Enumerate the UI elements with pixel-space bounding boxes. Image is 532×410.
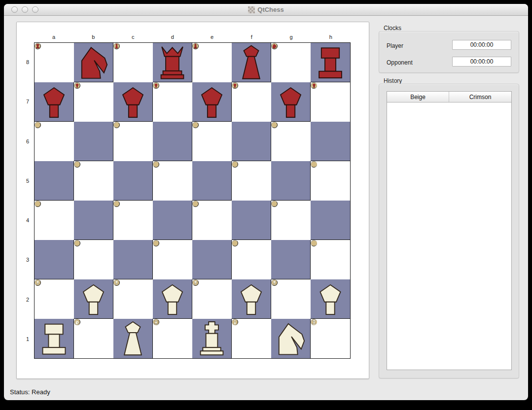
board-square-g1[interactable] (271, 319, 311, 358)
board-square-b1[interactable] (74, 319, 80, 325)
board-square-e5[interactable] (192, 161, 232, 201)
piece-crimson-rook[interactable] (311, 43, 350, 82)
board-square-a8[interactable] (35, 43, 41, 49)
piece-crimson-pawn[interactable] (74, 83, 80, 88)
board-square-d3[interactable] (153, 240, 159, 246)
board-square-f4[interactable] (232, 201, 271, 240)
piece-beige-king[interactable] (192, 319, 231, 358)
board-square-h5[interactable] (311, 161, 317, 168)
board-square-c3[interactable] (113, 240, 153, 279)
piece-beige-pawn[interactable] (272, 280, 277, 285)
board-square-c5[interactable] (113, 161, 153, 201)
board-square-d2[interactable] (153, 279, 192, 319)
board-square-g8[interactable] (271, 43, 278, 49)
board-square-b8[interactable] (74, 43, 113, 82)
piece-beige-pawn[interactable] (114, 280, 119, 285)
board-square-g3[interactable] (271, 240, 311, 279)
title-bar[interactable]: QtChess (4, 4, 528, 16)
board-square-e7[interactable] (192, 82, 232, 122)
board-square-b7[interactable] (74, 82, 80, 89)
history-table-body[interactable] (387, 102, 511, 370)
board-square-b3[interactable] (74, 240, 80, 246)
board-square-h6[interactable] (311, 122, 350, 161)
board-square-h2[interactable] (311, 279, 350, 319)
board-square-g5[interactable] (271, 161, 311, 201)
board-square-d6[interactable] (153, 122, 192, 161)
board-square-c6[interactable] (113, 122, 120, 128)
piece-beige-bishop[interactable] (113, 319, 152, 358)
piece-crimson-knight[interactable] (74, 43, 113, 82)
board-square-h7[interactable] (311, 82, 317, 89)
piece-crimson-knight[interactable] (272, 43, 277, 49)
board-square-e4[interactable] (192, 201, 199, 207)
board-square-a1[interactable] (35, 319, 74, 358)
piece-crimson-queen[interactable] (153, 43, 192, 82)
board-square-a4[interactable] (35, 201, 41, 207)
piece-beige-pawn[interactable] (232, 279, 271, 318)
board-square-h8[interactable] (311, 43, 350, 82)
piece-beige-pawn[interactable] (153, 279, 192, 318)
piece-beige-pawn[interactable] (311, 279, 350, 318)
board-square-b2[interactable] (74, 279, 113, 319)
board-square-g6[interactable] (271, 122, 278, 128)
board-square-g2[interactable] (271, 279, 278, 286)
board-square-e1[interactable] (192, 319, 232, 358)
board-square-h4[interactable] (311, 201, 350, 240)
board-square-h3[interactable] (311, 240, 317, 246)
piece-beige-bishop[interactable] (232, 319, 238, 325)
board-square-f7[interactable] (232, 82, 238, 89)
board-square-a7[interactable] (35, 82, 74, 122)
board-square-e3[interactable] (192, 240, 232, 279)
board-square-b5[interactable] (74, 161, 80, 168)
board-square-e2[interactable] (192, 279, 199, 286)
piece-crimson-pawn[interactable] (232, 83, 238, 88)
chess-board[interactable] (34, 42, 351, 359)
piece-crimson-pawn[interactable] (271, 82, 310, 121)
board-square-h1[interactable] (311, 319, 317, 325)
board-square-a2[interactable] (35, 279, 41, 286)
player-clock-field[interactable] (452, 40, 511, 50)
piece-crimson-bishop[interactable] (232, 43, 271, 82)
piece-beige-pawn[interactable] (74, 279, 113, 318)
board-square-a5[interactable] (35, 161, 74, 201)
piece-beige-queen[interactable] (153, 319, 159, 325)
board-square-c2[interactable] (113, 279, 120, 286)
board-square-d7[interactable] (153, 82, 159, 89)
board-square-f2[interactable] (232, 279, 271, 319)
board-square-c7[interactable] (113, 82, 153, 122)
piece-crimson-rook[interactable] (35, 43, 40, 49)
piece-crimson-pawn[interactable] (35, 82, 73, 121)
board-square-d4[interactable] (153, 201, 192, 240)
board-square-a3[interactable] (35, 240, 74, 279)
opponent-clock-field[interactable] (452, 57, 511, 67)
board-square-f5[interactable] (232, 161, 238, 168)
board-square-a6[interactable] (35, 122, 41, 128)
piece-beige-pawn[interactable] (35, 280, 40, 285)
history-column-beige[interactable]: Beige (387, 92, 449, 102)
history-column-crimson[interactable]: Crimson (449, 92, 511, 102)
board-square-c8[interactable] (113, 43, 120, 49)
board-square-e6[interactable] (192, 122, 199, 128)
board-square-g7[interactable] (271, 82, 311, 122)
board-square-f1[interactable] (232, 319, 238, 325)
board-square-c1[interactable] (113, 319, 153, 358)
piece-beige-rook[interactable] (311, 319, 317, 325)
history-table[interactable]: BeigeCrimson (387, 91, 512, 370)
board-square-e8[interactable] (192, 43, 199, 49)
board-square-f6[interactable] (232, 122, 271, 161)
board-square-f8[interactable] (232, 43, 271, 82)
board-square-f3[interactable] (232, 240, 238, 246)
piece-beige-pawn[interactable] (193, 280, 198, 285)
piece-crimson-pawn[interactable] (311, 83, 317, 88)
piece-beige-knight[interactable] (74, 319, 80, 325)
board-square-d8[interactable] (153, 43, 192, 82)
board-square-d5[interactable] (153, 161, 159, 168)
piece-beige-rook[interactable] (35, 319, 73, 358)
board-square-b6[interactable] (74, 122, 113, 161)
piece-crimson-king[interactable] (193, 43, 198, 49)
piece-crimson-pawn[interactable] (192, 82, 231, 121)
board-square-d1[interactable] (153, 319, 159, 325)
board-square-c4[interactable] (113, 201, 120, 207)
piece-crimson-bishop[interactable] (114, 43, 119, 49)
piece-crimson-pawn[interactable] (113, 82, 152, 121)
